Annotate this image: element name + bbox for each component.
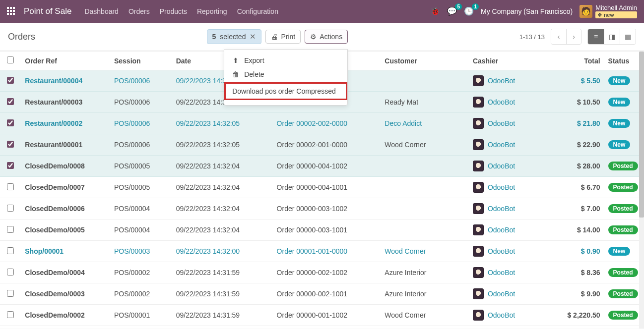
user-info: Mitchell Admin ❖ new: [595, 4, 637, 18]
nav-link-products[interactable]: Products: [160, 7, 187, 15]
vertical-scrollbar[interactable]: [639, 52, 644, 329]
select-all-checkbox[interactable]: [7, 56, 14, 63]
table-row[interactable]: Restaurant/00001POS/0000609/22/2023 14:3…: [0, 134, 644, 156]
messages-badge: 5: [455, 3, 462, 10]
row-checkbox[interactable]: [7, 226, 14, 233]
cashier-link[interactable]: OdooBot: [488, 183, 515, 191]
receipt-link: Order 00002-001-0000: [277, 141, 347, 149]
col-customer[interactable]: Customer: [381, 52, 469, 70]
view-pivot[interactable]: ▦: [620, 29, 636, 44]
pager-area: 1-13 / 13 ‹ › ≡ ◨ ▦: [519, 29, 636, 45]
cashier-link[interactable]: OdooBot: [488, 205, 515, 213]
activity-icon[interactable]: 🕒1: [464, 6, 474, 16]
view-list[interactable]: ≡: [588, 29, 604, 44]
session-link[interactable]: POS/00006: [114, 119, 150, 127]
pager-next[interactable]: ›: [566, 29, 581, 44]
cashier-link[interactable]: OdooBot: [488, 77, 515, 85]
row-checkbox[interactable]: [7, 141, 14, 148]
col-total[interactable]: Total: [553, 52, 604, 70]
order-ref-link: ClosedDemo/0002: [25, 311, 85, 319]
table-row[interactable]: Shop/00001POS/0000309/22/2023 14:32:00Or…: [0, 241, 644, 262]
cashier-link[interactable]: OdooBot: [488, 311, 515, 319]
nav-link-orders[interactable]: Orders: [129, 7, 150, 15]
cashier-link[interactable]: OdooBot: [488, 119, 515, 127]
bug-icon[interactable]: 🐞: [430, 6, 440, 16]
date-text[interactable]: 09/22/2023 14:32:00: [176, 247, 240, 255]
session-link: POS/00006: [114, 98, 150, 106]
selection-label: selected: [220, 33, 246, 41]
receipt-link[interactable]: Order 00001-001-0000: [277, 247, 347, 255]
date-text[interactable]: 09/22/2023 14:32:05: [176, 119, 240, 127]
customer-link[interactable]: Wood Corner: [385, 247, 426, 255]
table-row[interactable]: ClosedDemo/0001POS/0000109/22/2023 14:31…: [0, 326, 644, 329]
view-kanban[interactable]: ◨: [604, 29, 620, 44]
order-ref-link[interactable]: Shop/00001: [25, 247, 64, 255]
clear-selection-icon[interactable]: ✕: [250, 32, 256, 41]
table-row[interactable]: ClosedDemo/0005POS/0000409/22/2023 14:32…: [0, 219, 644, 241]
nav-link-dashboard[interactable]: Dashboard: [84, 7, 119, 15]
user-menu[interactable]: 🧑 Mitchell Admin ❖ new: [580, 4, 637, 18]
col-ref[interactable]: Order Ref: [21, 52, 110, 70]
upload-icon: ⬆: [232, 56, 239, 64]
scrollbar-thumb[interactable]: [639, 52, 644, 218]
cashier-link[interactable]: OdooBot: [488, 247, 515, 255]
action-export[interactable]: ⬆ Export: [224, 54, 347, 67]
session-link[interactable]: POS/00006: [114, 77, 150, 85]
customer-link[interactable]: Deco Addict: [385, 119, 422, 127]
action-delete[interactable]: 🗑 Delete: [224, 67, 347, 81]
row-checkbox[interactable]: [7, 247, 14, 254]
row-checkbox[interactable]: [7, 77, 14, 84]
cashier-link[interactable]: OdooBot: [488, 98, 515, 106]
cashier-link[interactable]: OdooBot: [488, 226, 515, 234]
table-row[interactable]: ClosedDemo/0006POS/0000409/22/2023 14:32…: [0, 198, 644, 219]
row-checkbox[interactable]: [7, 290, 14, 297]
table-row[interactable]: ClosedDemo/0002POS/0000109/22/2023 14:31…: [0, 305, 644, 326]
selection-pill: 5 selected ✕: [207, 29, 262, 44]
row-checkbox[interactable]: [7, 205, 14, 212]
pager-prev[interactable]: ‹: [551, 29, 566, 44]
cashier-cell: OdooBot: [473, 224, 549, 235]
apps-icon[interactable]: [7, 7, 16, 16]
app-brand[interactable]: Point of Sale: [24, 6, 71, 16]
session-link[interactable]: POS/00003: [114, 247, 150, 255]
session-link: POS/00005: [114, 183, 150, 191]
action-download-compressed[interactable]: Download pos order Compressed: [224, 82, 347, 100]
cashier-link[interactable]: OdooBot: [488, 269, 515, 276]
cashier-cell: OdooBot: [473, 75, 549, 86]
order-ref-link[interactable]: Restaurant/00004: [25, 77, 82, 85]
nav-link-reporting[interactable]: Reporting: [197, 7, 227, 15]
company-selector[interactable]: My Company (San Francisco): [481, 7, 573, 15]
gear-icon: ⚙: [310, 33, 317, 41]
cashier-link[interactable]: OdooBot: [488, 141, 515, 149]
col-session[interactable]: Session: [110, 52, 172, 70]
cashier-link[interactable]: OdooBot: [488, 162, 515, 170]
activity-badge: 1: [472, 3, 479, 10]
order-ref-link[interactable]: Restaurant/00002: [25, 119, 82, 127]
nav-link-configuration[interactable]: Configuration: [237, 7, 278, 15]
customer-link: Wood Corner: [385, 141, 426, 149]
receipt-link[interactable]: Order 00002-002-0000: [277, 119, 347, 127]
row-checkbox[interactable]: [7, 183, 14, 190]
export-label: Export: [244, 56, 264, 64]
cashier-link[interactable]: OdooBot: [488, 290, 515, 298]
cashier-cell: OdooBot: [473, 182, 549, 193]
print-button[interactable]: 🖨 Print: [265, 30, 301, 44]
messages-icon[interactable]: 💬5: [447, 6, 457, 16]
session-link: POS/00006: [114, 141, 150, 149]
cashier-cell: OdooBot: [473, 97, 549, 108]
table-row[interactable]: ClosedDemo/0003POS/0000209/22/2023 14:31…: [0, 283, 644, 305]
row-checkbox[interactable]: [7, 269, 14, 275]
col-status[interactable]: Status: [604, 52, 644, 70]
table-row[interactable]: ClosedDemo/0007POS/0000509/22/2023 14:32…: [0, 177, 644, 198]
table-row[interactable]: Restaurant/00002POS/0000609/22/2023 14:3…: [0, 113, 644, 134]
row-checkbox[interactable]: [7, 119, 14, 126]
table-row[interactable]: ClosedDemo/0004POS/0000209/22/2023 14:31…: [0, 262, 644, 283]
row-checkbox[interactable]: [7, 98, 14, 105]
row-checkbox[interactable]: [7, 311, 14, 318]
col-cashier[interactable]: Cashier: [469, 52, 553, 70]
table-row[interactable]: ClosedDemo/0008POS/0000509/22/2023 14:32…: [0, 156, 644, 177]
session-link: POS/00002: [114, 290, 150, 298]
row-checkbox[interactable]: [7, 162, 14, 169]
control-bar: Orders 5 selected ✕ 🖨 Print ⚙ Actions ⬆ …: [0, 23, 644, 51]
actions-button[interactable]: ⚙ Actions: [305, 30, 348, 44]
